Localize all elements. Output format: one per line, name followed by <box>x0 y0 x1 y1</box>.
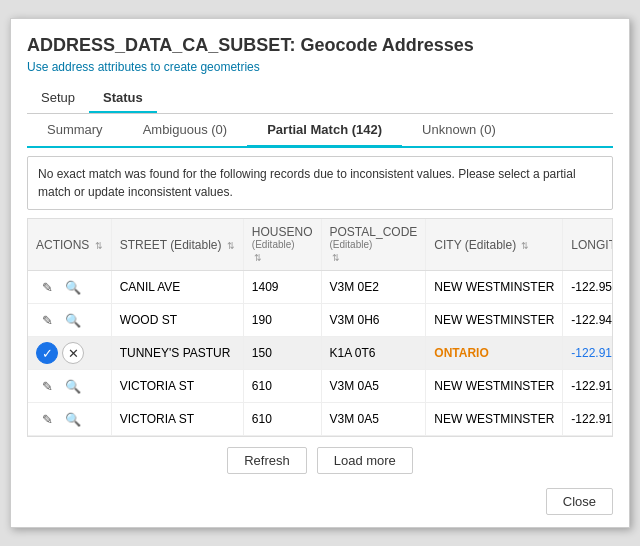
close-button[interactable]: Close <box>546 488 613 515</box>
cell-actions: ✎🔍 <box>28 403 111 436</box>
search-button[interactable]: 🔍 <box>62 408 84 430</box>
table-row: ✎🔍WOOD ST190V3M 0H6NEW WESTMINSTER-122.9… <box>28 304 613 337</box>
col-postal: POSTAL_CODE(Editable) ⇅ <box>321 219 426 271</box>
search-button[interactable]: 🔍 <box>62 276 84 298</box>
sort-arrows-street: ⇅ <box>227 241 235 251</box>
action-icons: ✎🔍 <box>36 309 103 331</box>
col-houseno: HOUSENO(Editable) ⇅ <box>243 219 321 271</box>
cell-city: NEW WESTMINSTER <box>426 403 563 436</box>
cell-postal-code: V3M 0A5 <box>321 370 426 403</box>
table-row: ✎🔍VICTORIA ST610V3M 0A5NEW WESTMINSTER-1… <box>28 370 613 403</box>
main-dialog: ADDRESS_DATA_CA_SUBSET: Geocode Addresse… <box>10 18 630 528</box>
edit-button[interactable]: ✎ <box>36 408 58 430</box>
dialog-subtitle: Use address attributes to create geometr… <box>27 60 613 74</box>
cell-longitude: -122.91303 <box>563 370 613 403</box>
cell-city: NEW WESTMINSTER <box>426 271 563 304</box>
subtabs-row: Summary Ambiguous (0) Partial Match (142… <box>27 114 613 148</box>
tab-status[interactable]: Status <box>89 84 157 113</box>
subtab-ambiguous[interactable]: Ambiguous (0) <box>123 114 248 148</box>
cell-longitude: -122.95681 <box>563 271 613 304</box>
edit-button[interactable]: ✎ <box>36 309 58 331</box>
search-button[interactable]: 🔍 <box>62 309 84 331</box>
sort-arrows-city: ⇅ <box>521 241 529 251</box>
cell-city: NEW WESTMINSTER <box>426 370 563 403</box>
dialog-title: ADDRESS_DATA_CA_SUBSET: Geocode Addresse… <box>27 35 613 56</box>
sort-arrows-postal: ⇅ <box>332 253 340 263</box>
data-table-container: ACTIONS ⇅ STREET (Editable) ⇅ HOUSENO(Ed… <box>27 218 613 437</box>
cell-postal-code: V3M 0E2 <box>321 271 426 304</box>
cell-houseno: 610 <box>243 403 321 436</box>
col-longitude: LONGITUDE ⇅ <box>563 219 613 271</box>
cell-actions: ✎🔍 <box>28 271 111 304</box>
sort-arrows-houseno: ⇅ <box>254 253 262 263</box>
col-actions: ACTIONS ⇅ <box>28 219 111 271</box>
cell-street: TUNNEY'S PASTUR <box>111 337 243 370</box>
action-icons: ✓✕ <box>36 342 103 364</box>
cell-street: VICTORIA ST <box>111 403 243 436</box>
cell-houseno: 150 <box>243 337 321 370</box>
cancel-row-button[interactable]: ✕ <box>62 342 84 364</box>
table-row: ✎🔍VICTORIA ST610V3M 0A5NEW WESTMINSTER-1… <box>28 403 613 436</box>
sort-arrows-actions: ⇅ <box>95 241 103 251</box>
subtab-unknown[interactable]: Unknown (0) <box>402 114 516 148</box>
cell-postal-code: V3M 0H6 <box>321 304 426 337</box>
cell-longitude: -122.91303 <box>563 337 613 370</box>
cell-postal-code: V3M 0A5 <box>321 403 426 436</box>
edit-button[interactable]: ✎ <box>36 276 58 298</box>
table-row: ✓✕TUNNEY'S PASTUR150K1A 0T6ONTARIO-122.9… <box>28 337 613 370</box>
info-message: No exact match was found for the followi… <box>27 156 613 210</box>
subtab-partial-match[interactable]: Partial Match (142) <box>247 114 402 148</box>
footer-buttons: Refresh Load more <box>27 447 613 474</box>
cell-street: CANIL AVE <box>111 271 243 304</box>
action-icons: ✎🔍 <box>36 375 103 397</box>
subtab-summary[interactable]: Summary <box>27 114 123 148</box>
cell-actions: ✎🔍 <box>28 304 111 337</box>
cell-actions: ✓✕ <box>28 337 111 370</box>
cell-street: VICTORIA ST <box>111 370 243 403</box>
confirm-button[interactable]: ✓ <box>36 342 58 364</box>
action-icons: ✎🔍 <box>36 276 103 298</box>
edit-button[interactable]: ✎ <box>36 375 58 397</box>
table-row: ✎🔍CANIL AVE1409V3M 0E2NEW WESTMINSTER-12… <box>28 271 613 304</box>
refresh-button[interactable]: Refresh <box>227 447 307 474</box>
load-more-button[interactable]: Load more <box>317 447 413 474</box>
cell-houseno: 190 <box>243 304 321 337</box>
cell-city: ONTARIO <box>426 337 563 370</box>
cell-houseno: 1409 <box>243 271 321 304</box>
cell-street: WOOD ST <box>111 304 243 337</box>
action-icons: ✎🔍 <box>36 408 103 430</box>
cell-longitude: -122.91707 <box>563 403 613 436</box>
cell-city: NEW WESTMINSTER <box>426 304 563 337</box>
tab-setup[interactable]: Setup <box>27 84 89 113</box>
data-table: ACTIONS ⇅ STREET (Editable) ⇅ HOUSENO(Ed… <box>28 219 613 436</box>
cell-houseno: 610 <box>243 370 321 403</box>
cell-actions: ✎🔍 <box>28 370 111 403</box>
cell-postal-code: K1A 0T6 <box>321 337 426 370</box>
col-city: CITY (Editable) ⇅ <box>426 219 563 271</box>
col-street: STREET (Editable) ⇅ <box>111 219 243 271</box>
cell-longitude: -122.9425 <box>563 304 613 337</box>
tabs-row: Setup Status <box>27 84 613 114</box>
search-button[interactable]: 🔍 <box>62 375 84 397</box>
